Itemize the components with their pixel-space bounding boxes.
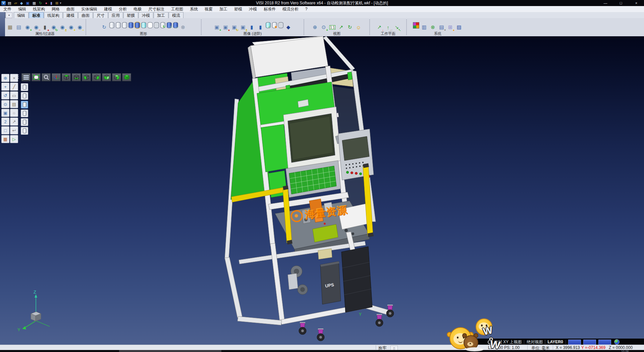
style-shaded-icon[interactable] (128, 22, 133, 28)
open-file-icon[interactable]: ▱ (14, 1, 17, 5)
circle-icon[interactable]: ○ (10, 109, 18, 117)
view-front-icon[interactable] (102, 73, 111, 81)
3d-viewport[interactable]: UPS Y (0, 36, 644, 350)
column-display-1-icon[interactable]: ▮ (248, 23, 256, 31)
ribbon-tab[interactable]: 模流 (169, 12, 183, 18)
display-mode-6[interactable] (21, 127, 28, 135)
pan-icon[interactable]: ↗ (337, 23, 345, 31)
display-mode-2[interactable] (21, 92, 28, 100)
image-traffic-icon[interactable]: ▣● (222, 23, 229, 31)
rectangle-icon[interactable]: ▭ (10, 91, 18, 99)
menu-item[interactable]: 标准件 (260, 6, 279, 12)
grid-icon[interactable]: ▨ (455, 23, 463, 31)
menu-item[interactable]: 模流分析 (279, 6, 302, 12)
view-left-icon[interactable] (82, 73, 91, 81)
menu-item[interactable]: 文件 (0, 6, 15, 12)
zoom-window-icon[interactable] (42, 73, 51, 81)
menu-item[interactable]: 尺寸标注 (145, 6, 168, 12)
menu-item[interactable]: 建模 (101, 6, 115, 12)
maximize-button[interactable]: □ (613, 0, 629, 6)
style-ghost-2-icon[interactable] (116, 22, 121, 28)
display-mode-3[interactable] (21, 101, 28, 108)
menu-item[interactable]: 加工 (216, 6, 231, 12)
close-button[interactable]: × (629, 0, 644, 6)
new-file-icon[interactable]: ▤ (8, 1, 11, 5)
highlight-add-icon[interactable]: ◉+ (67, 23, 75, 31)
copy-attributes-icon[interactable]: ▤ (15, 23, 22, 31)
style-wireframe-icon[interactable] (154, 22, 159, 28)
menu-item[interactable]: 电极 (130, 6, 145, 12)
image-refresh-icon[interactable]: ▣↻ (231, 23, 238, 31)
absolute-view-label[interactable]: 绝对视图 (527, 339, 543, 345)
menu-item[interactable]: 编辑 (15, 6, 30, 12)
undo-icon[interactable]: ↩ (10, 126, 18, 134)
axis-view-icon[interactable] (52, 73, 61, 81)
display-mode-5[interactable] (21, 118, 28, 126)
globe-icon[interactable] (614, 339, 620, 345)
style-outline-icon[interactable] (148, 22, 153, 28)
view-face-icon[interactable]: ☺ (355, 23, 362, 31)
display-mode-1[interactable] (21, 83, 28, 91)
workplane-align-icon[interactable]: ↑▱ (384, 23, 392, 31)
status-blue-button[interactable] (583, 340, 596, 345)
minimize-button[interactable]: — (598, 0, 613, 6)
ribbon-tab[interactable]: 冲模 (139, 12, 153, 18)
ribbon-tab[interactable]: 尺寸 (93, 12, 108, 18)
visibility-traffic-icon[interactable]: ▮● (41, 23, 49, 31)
sketch-line-icon[interactable]: ╱ (10, 83, 18, 91)
import-icon[interactable]: ◆ (20, 1, 23, 5)
taskbar-segment[interactable] (119, 350, 221, 352)
qat-dropdown-icon[interactable]: ▾ (60, 1, 61, 5)
layer-indicator[interactable]: LAYER0 (547, 340, 563, 344)
app-icon[interactable]: V (1, 1, 6, 5)
view-back-icon[interactable] (112, 73, 121, 81)
redraw-icon[interactable]: ↻ (101, 23, 108, 31)
style-shaded-active-icon[interactable] (135, 22, 140, 28)
system-settings-icon[interactable]: ⊗ (429, 23, 437, 31)
menu-item[interactable]: 系统 (186, 6, 201, 12)
highlight-remove-icon[interactable]: ◉− (76, 23, 84, 31)
print-icon[interactable]: ▦ (33, 1, 36, 5)
menu-item[interactable]: 曲面 (63, 6, 78, 12)
style-swap-icon[interactable]: ↕ (167, 22, 172, 28)
ribbon-tab[interactable]: 标准 (29, 12, 44, 18)
view-top-icon[interactable] (62, 73, 71, 81)
toggle-visibility-icon[interactable]: ◉± (59, 23, 66, 31)
add-point-icon[interactable]: + (1, 83, 9, 91)
menu-item[interactable]: 冲模 (246, 6, 260, 12)
grid-snap-icon[interactable]: ⊞● (447, 23, 454, 31)
ribbon-tab[interactable]: 加工 (154, 12, 168, 18)
view-right-icon[interactable] (92, 73, 101, 81)
dim-2-icon[interactable]: 2 (1, 118, 9, 126)
menu-item[interactable]: 分析 (115, 6, 130, 12)
ribbon-collapse-icon[interactable]: ▾ (6, 12, 12, 18)
arrow-icon[interactable]: ↗ (10, 118, 18, 126)
circle-center-icon[interactable]: ⊙ (1, 100, 9, 108)
menu-item[interactable]: 网格 (48, 6, 63, 12)
block-icon[interactable]: ▣ (1, 109, 9, 117)
menu-item[interactable]: 线架构 (30, 6, 48, 12)
zoom-fit-icon[interactable]: ⊙+ (320, 23, 327, 31)
status-blue-button[interactable] (568, 340, 581, 345)
record-icon[interactable]: ● (45, 1, 47, 5)
cylinder-wire-icon[interactable] (278, 22, 283, 28)
style-ghost-1-icon[interactable] (109, 22, 114, 28)
refresh-icon[interactable]: ↻ (39, 1, 42, 5)
workplane-move-icon[interactable]: ↘↖ (393, 23, 400, 31)
refresh-visibility-icon[interactable]: ◉↻ (50, 23, 57, 31)
zoom-in-icon[interactable]: ⊕ (311, 23, 319, 31)
ribbon-tab[interactable]: 塑膜 (123, 12, 138, 18)
menu-item[interactable]: ? (302, 6, 311, 12)
style-refresh-icon[interactable]: ↻ (160, 22, 165, 28)
style-ghost-3-icon[interactable] (122, 22, 127, 28)
play-icon[interactable]: ▷ (10, 135, 18, 143)
ribbon-tab[interactable]: 应用 (108, 12, 123, 18)
status-blue-button[interactable] (598, 340, 611, 345)
hide-remove-icon[interactable]: ◉− (33, 23, 40, 31)
layers-panel-icon[interactable]: ▤ (10, 100, 18, 108)
ribbon-tab[interactable]: 曲面 (78, 12, 93, 18)
menu-item[interactable]: 工程图 (168, 6, 186, 12)
ribbon-tab[interactable]: 建模 (63, 12, 78, 18)
zoom-fit-icon[interactable] (32, 73, 41, 81)
image-toggle-icon[interactable]: ▣± (239, 23, 247, 31)
